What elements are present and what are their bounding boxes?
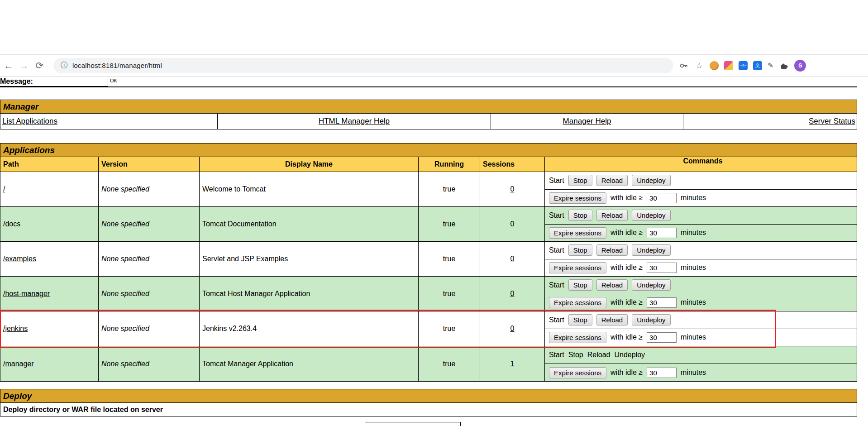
translate-extension-icon[interactable]: 文 bbox=[753, 61, 762, 70]
manager-help-link[interactable]: Manager Help bbox=[563, 117, 611, 126]
column-header-version: Version bbox=[99, 157, 200, 172]
app-sessions-link[interactable]: 0 bbox=[510, 220, 515, 228]
app-path-link[interactable]: /manager bbox=[3, 360, 34, 368]
expire-sessions-button[interactable]: Expire sessions bbox=[549, 367, 606, 378]
color-extension-icon[interactable] bbox=[724, 61, 733, 70]
page-info-icon[interactable]: ⓘ bbox=[61, 61, 68, 70]
reload-button[interactable]: Reload bbox=[596, 244, 628, 256]
idle-prefix-label: with idle ≥ bbox=[610, 298, 643, 306]
nav-cell: List Applications bbox=[0, 114, 218, 129]
idle-prefix-label: with idle ≥ bbox=[610, 263, 643, 272]
undeploy-button[interactable]: Undeploy bbox=[632, 279, 670, 291]
app-running: true bbox=[443, 220, 456, 228]
column-header-sessions: Sessions bbox=[480, 157, 545, 172]
address-bar[interactable]: ⓘ localhost:8181/manager/html bbox=[53, 58, 673, 73]
column-header-commands: Commands bbox=[545, 157, 857, 172]
cookie-extension-icon[interactable] bbox=[710, 61, 719, 70]
undeploy-button[interactable]: Undeploy bbox=[632, 210, 670, 221]
stop-button[interactable]: Stop bbox=[568, 314, 592, 325]
expire-sessions-button[interactable]: Expire sessions bbox=[549, 297, 606, 308]
idle-minutes-input[interactable] bbox=[647, 193, 677, 203]
expire-sessions-button[interactable]: Expire sessions bbox=[549, 262, 606, 273]
deploy-path-input[interactable] bbox=[365, 422, 461, 426]
forward-icon[interactable]: → bbox=[16, 58, 32, 73]
profile-avatar[interactable]: S bbox=[794, 60, 806, 72]
expire-sessions-button[interactable]: Expire sessions bbox=[549, 332, 606, 343]
app-path-link[interactable]: / bbox=[3, 185, 5, 193]
reload-button[interactable]: Reload bbox=[596, 210, 628, 221]
table-row-root: / None specified Welcome to Tomcat true … bbox=[0, 172, 857, 207]
server-status-link[interactable]: Server Status bbox=[809, 117, 855, 126]
idle-prefix-label: with idle ≥ bbox=[610, 369, 643, 377]
bookmark-star-icon[interactable]: ☆ bbox=[694, 61, 704, 71]
stop-button[interactable]: Stop bbox=[568, 210, 592, 221]
reload-icon[interactable]: ⟳ bbox=[32, 58, 47, 73]
column-header-display-name: Display Name bbox=[200, 157, 419, 172]
start-command-disabled: Start bbox=[549, 211, 564, 220]
pen-extension-icon[interactable]: ✎ bbox=[768, 61, 773, 70]
reload-button[interactable]: Reload bbox=[596, 175, 628, 186]
app-path-link[interactable]: /examples bbox=[3, 255, 36, 263]
minutes-label: minutes bbox=[681, 298, 706, 306]
minutes-label: minutes bbox=[681, 333, 706, 341]
start-command-disabled: Start bbox=[549, 281, 564, 289]
list-applications-link[interactable]: List Applications bbox=[2, 117, 57, 126]
table-row-manager: /manager None specified Tomcat Manager A… bbox=[0, 346, 857, 381]
applications-section-title: Applications bbox=[0, 143, 857, 157]
code-extension-icon[interactable]: </> bbox=[739, 61, 748, 70]
app-running: true bbox=[443, 185, 456, 193]
back-icon[interactable]: ← bbox=[1, 58, 16, 73]
app-version: None specified bbox=[101, 185, 149, 193]
stop-button[interactable]: Stop bbox=[568, 279, 592, 291]
manager-section-title: Manager bbox=[0, 100, 857, 114]
app-path-link[interactable]: /jenkins bbox=[3, 325, 28, 333]
reload-button[interactable]: Reload bbox=[596, 314, 628, 325]
idle-minutes-input[interactable] bbox=[647, 263, 677, 273]
message-row: Message: OK bbox=[0, 77, 857, 87]
table-row-jenkins: /jenkins None specified Jenkins v2.263.4… bbox=[0, 311, 857, 346]
app-path-link[interactable]: /docs bbox=[3, 220, 20, 228]
message-value: OK bbox=[108, 77, 119, 86]
app-sessions-link[interactable]: 1 bbox=[510, 360, 515, 368]
start-command-disabled: Start bbox=[549, 351, 564, 359]
minutes-label: minutes bbox=[681, 194, 706, 202]
applications-table: Applications Path Version Display Name R… bbox=[0, 143, 857, 382]
extensions-puzzle-icon[interactable] bbox=[779, 61, 789, 71]
app-running: true bbox=[443, 360, 456, 368]
manager-nav-table: List Applications HTML Manager Help Mana… bbox=[0, 114, 857, 129]
idle-prefix-label: with idle ≥ bbox=[610, 229, 643, 237]
stop-button[interactable]: Stop bbox=[568, 244, 592, 256]
app-sessions-link[interactable]: 0 bbox=[510, 325, 515, 333]
idle-minutes-input[interactable] bbox=[647, 332, 677, 343]
expire-sessions-button[interactable]: Expire sessions bbox=[549, 192, 606, 204]
undeploy-button[interactable]: Undeploy bbox=[632, 314, 670, 325]
app-display-name: Jenkins v2.263.4 bbox=[202, 325, 257, 333]
stop-command-disabled: Stop bbox=[568, 351, 583, 359]
reload-button[interactable]: Reload bbox=[596, 279, 628, 291]
browser-toolbar: ← → ⟳ ⓘ localhost:8181/manager/html ☆ </… bbox=[0, 54, 868, 77]
app-sessions-link[interactable]: 0 bbox=[510, 185, 515, 193]
app-sessions-link[interactable]: 0 bbox=[510, 255, 515, 263]
expire-sessions-button[interactable]: Expire sessions bbox=[549, 227, 606, 239]
undeploy-button[interactable]: Undeploy bbox=[632, 175, 670, 186]
stop-button[interactable]: Stop bbox=[568, 175, 592, 186]
table-row-examples: /examples None specified Servlet and JSP… bbox=[0, 242, 857, 277]
app-version: None specified bbox=[101, 325, 149, 333]
tomcat-manager-page: Message: OK Manager List Applications HT… bbox=[0, 77, 868, 426]
password-key-icon[interactable] bbox=[679, 61, 689, 71]
app-path-link[interactable]: /host-manager bbox=[3, 290, 50, 298]
minutes-label: minutes bbox=[681, 229, 706, 237]
minutes-label: minutes bbox=[681, 369, 706, 377]
html-manager-help-link[interactable]: HTML Manager Help bbox=[319, 117, 390, 126]
reload-command-disabled: Reload bbox=[587, 351, 610, 359]
url-text[interactable]: localhost:8181/manager/html bbox=[72, 62, 162, 69]
app-version: None specified bbox=[101, 360, 149, 368]
idle-minutes-input[interactable] bbox=[647, 228, 677, 238]
app-sessions-link[interactable]: 0 bbox=[510, 290, 515, 298]
idle-prefix-label: with idle ≥ bbox=[610, 333, 643, 341]
undeploy-button[interactable]: Undeploy bbox=[632, 244, 670, 256]
app-version: None specified bbox=[101, 290, 149, 298]
idle-minutes-input[interactable] bbox=[647, 297, 677, 308]
nav-cell: HTML Manager Help bbox=[218, 114, 491, 129]
idle-minutes-input[interactable] bbox=[647, 368, 677, 378]
